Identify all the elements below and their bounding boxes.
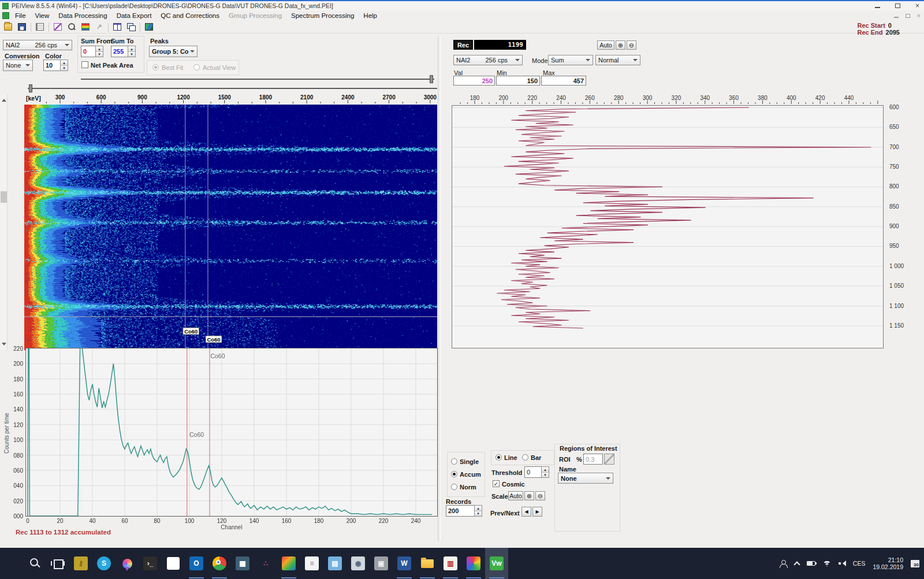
photos-icon[interactable]: [277, 548, 300, 579]
position-slider-track[interactable]: [28, 88, 437, 89]
map-image-icon[interactable]: [143, 21, 155, 33]
split-window-icon[interactable]: [111, 21, 124, 33]
sum-from-input[interactable]: 0: [81, 46, 96, 57]
roi-edit-button[interactable]: [604, 454, 614, 465]
accumulated-spectrum-plot[interactable]: Co60Co60: [26, 348, 437, 516]
sum-to-stepper[interactable]: ▴▾: [128, 46, 136, 57]
single-radio[interactable]: [451, 458, 457, 465]
chart-app-icon[interactable]: ∴: [254, 548, 277, 579]
maximize-button[interactable]: [895, 3, 900, 8]
mdi-minimize-button[interactable]: [894, 17, 899, 18]
microsoft-store-icon[interactable]: [162, 548, 185, 579]
draw-tool-icon[interactable]: [51, 21, 64, 33]
norm-radio[interactable]: [451, 484, 457, 490]
bar-radio[interactable]: [522, 454, 528, 461]
tray-expand-icon[interactable]: [793, 561, 800, 567]
zoom-in-button[interactable]: ⊕: [616, 40, 625, 50]
records-input[interactable]: 200: [446, 505, 475, 517]
zoom-tool-icon[interactable]: [65, 21, 78, 33]
position-slider-handle[interactable]: [29, 84, 32, 92]
prev-record-button[interactable]: ◀: [521, 507, 531, 517]
best-fit-radio[interactable]: [152, 64, 159, 70]
menu-file[interactable]: File: [10, 11, 31, 20]
open-file-icon[interactable]: [2, 21, 14, 33]
scroll-down-icon[interactable]: [2, 343, 6, 348]
export-icon[interactable]: ↗: [93, 21, 106, 33]
detector-select[interactable]: NAI2 256 cps: [3, 40, 72, 50]
color-stepper[interactable]: ▴▾: [60, 60, 68, 71]
save-icon[interactable]: [16, 21, 28, 33]
threshold-stepper[interactable]: ▴▾: [541, 466, 549, 478]
auto-scale-button[interactable]: Auto: [597, 40, 614, 50]
range-slider-track[interactable]: [81, 79, 434, 80]
word-icon[interactable]: W: [393, 548, 416, 579]
menu-data-export[interactable]: Data Export: [112, 11, 157, 20]
wifi-icon[interactable]: [823, 561, 831, 567]
color-palette-icon[interactable]: [79, 21, 92, 33]
scrollbar-thumb[interactable]: [1, 191, 7, 203]
menu-help[interactable]: Help: [359, 11, 382, 20]
roi-width-input[interactable]: 0.3: [583, 454, 603, 465]
task-view-icon[interactable]: [46, 548, 69, 579]
speaker-icon[interactable]: [839, 561, 845, 566]
search-icon[interactable]: [23, 548, 46, 579]
notepad-icon[interactable]: ≡: [300, 548, 323, 579]
sum-from-stepper[interactable]: ▴▾: [95, 46, 103, 57]
clock[interactable]: 21:10 19.02.2019: [873, 556, 903, 570]
net-peak-area-checkbox[interactable]: [81, 61, 88, 68]
gis-globe-icon[interactable]: ◉: [346, 548, 370, 579]
file-explorer-icon[interactable]: [416, 548, 439, 579]
skype-icon[interactable]: S: [92, 548, 116, 579]
command-prompt-icon[interactable]: ›_: [139, 548, 162, 579]
gray-app-icon[interactable]: ▣: [370, 548, 393, 579]
rec-button[interactable]: Rec: [453, 40, 473, 50]
records-stepper[interactable]: ▴▾: [474, 505, 482, 517]
minimize-button[interactable]: [875, 7, 880, 8]
scale-zoom-out-button[interactable]: ⊖: [535, 491, 545, 500]
image-viewer-icon[interactable]: ▤: [323, 548, 346, 579]
range-slider-handle[interactable]: [430, 75, 433, 83]
maps-pin-icon[interactable]: [116, 548, 139, 579]
menu-view[interactable]: View: [31, 11, 54, 20]
peaks-select[interactable]: Group 5: Co: [149, 46, 198, 57]
color-input[interactable]: 10: [43, 60, 61, 71]
peiview-icon[interactable]: Vw: [485, 548, 508, 579]
menu-spectrum-processing[interactable]: Spectrum Processing: [286, 11, 359, 20]
scroll-up-icon[interactable]: [2, 96, 6, 102]
mode-select[interactable]: Sum: [548, 55, 593, 65]
val-history-plot[interactable]: [452, 106, 883, 348]
actual-view-radio[interactable]: [193, 64, 200, 70]
mdi-close-button[interactable]: ×: [917, 12, 921, 19]
mdi-restore-button[interactable]: [906, 14, 910, 18]
line-radio[interactable]: [495, 454, 502, 461]
normalization-select[interactable]: Normal: [595, 55, 640, 65]
log-book-icon[interactable]: [33, 21, 46, 33]
threshold-input[interactable]: 0: [524, 466, 542, 478]
conversion-select[interactable]: None: [3, 60, 33, 71]
chrome-icon[interactable]: [208, 548, 231, 579]
spectrogram-scrollbar[interactable]: [0, 94, 8, 350]
accum-radio[interactable]: [451, 471, 457, 477]
close-button[interactable]: ×: [915, 2, 919, 9]
roi-name-select[interactable]: None: [558, 473, 613, 484]
zoom-out-button[interactable]: ⊖: [627, 40, 636, 50]
cascade-windows-icon[interactable]: [125, 21, 137, 33]
scale-zoom-in-button[interactable]: ⊕: [524, 491, 534, 500]
outlook-icon[interactable]: O: [185, 548, 208, 579]
calculator-icon[interactable]: ▦: [231, 548, 254, 579]
battery-icon[interactable]: [807, 561, 815, 566]
cosmic-checkbox[interactable]: ✓: [493, 480, 500, 487]
menu-qc-and-corrections[interactable]: QC and Corrections: [156, 11, 224, 20]
notification-center-icon[interactable]: 30: [911, 560, 919, 567]
report-doc-icon[interactable]: ▥: [439, 548, 462, 579]
next-record-button[interactable]: ▶: [532, 507, 542, 517]
keys-app-icon[interactable]: ⚷: [69, 548, 92, 579]
language-indicator[interactable]: CES: [853, 560, 866, 567]
sum-to-input[interactable]: 255: [111, 46, 128, 57]
menu-data-processing[interactable]: Data Processing: [54, 11, 111, 20]
start-button[interactable]: [0, 548, 23, 579]
detector-select-right[interactable]: NAI2 256 cps: [453, 55, 523, 65]
scale-auto-button[interactable]: Auto: [508, 491, 523, 500]
color-app-icon[interactable]: [462, 548, 485, 579]
people-icon[interactable]: [779, 559, 787, 567]
